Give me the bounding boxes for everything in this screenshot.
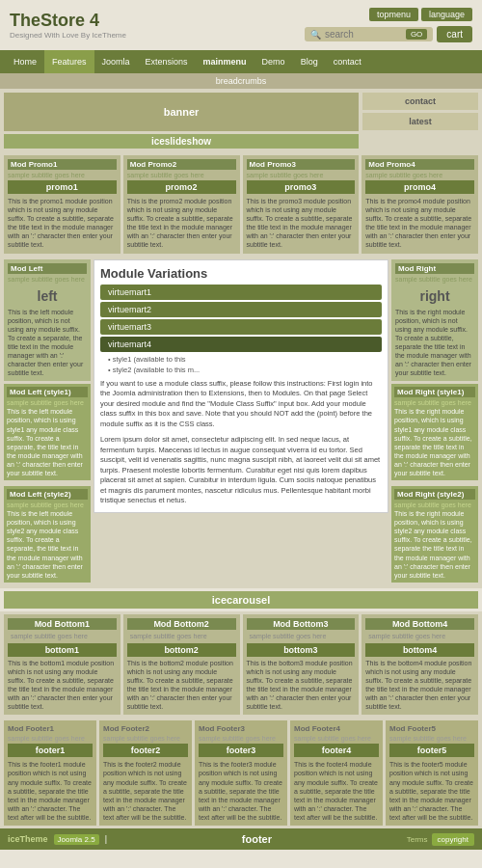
footer-box-4: Mod Footer4 sample subtitle goes here fo… [290, 720, 383, 826]
bottom-footer-bar: iceTheme Joomla 2.5 | footer Terms copyr… [0, 828, 482, 850]
banner-iceslideshow-area: banner iceslideshow [4, 93, 359, 149]
promo4-label: promo4 [365, 180, 474, 194]
breadcrumbs: breadcrumbs [0, 73, 482, 89]
mod-right-text: This is the right module position, which… [395, 308, 474, 378]
mod-right-style2-subtitle: sample subtitle goes here [394, 502, 475, 508]
promo-box-1: Mod Promo1 sample subtitle goes here pro… [4, 155, 120, 254]
footer1-title: Mod Footer1 [8, 724, 93, 733]
promo-box-2: Mod Promo2 sample subtitle goes here pro… [123, 155, 240, 254]
bottom1-text: This is the bottom1 module position whic… [8, 659, 117, 712]
footer-terms[interactable]: Terms [407, 835, 428, 844]
icecarousel-bar: icecarousel [4, 591, 478, 609]
footer-separator: | [105, 834, 107, 844]
bottom-box-3: Mod Bottom3 sample subtitle goes here bo… [243, 614, 360, 716]
module-variations-title: Module Variations [100, 266, 382, 281]
footer1-subtitle: sample subtitle goes here [8, 735, 93, 742]
footer-box-3: Mod Footer3 sample subtitle goes here fo… [195, 720, 287, 826]
mod-left-text: This is the left module position, which … [8, 308, 87, 378]
nav-item-mainmenu[interactable]: mainmenu [196, 50, 254, 73]
promo1-label: promo1 [8, 180, 117, 194]
bottom4-subtitle: sample subtitle goes here [365, 633, 474, 641]
promo2-label: promo2 [127, 180, 236, 194]
mod-left-subtitle: sample subtitle goes here [8, 276, 87, 283]
promo4-text: This is the promo4 module position which… [365, 197, 474, 250]
left-column: Mod Left sample subtitle goes here left … [4, 259, 91, 585]
mod-left-style1-subtitle: sample subtitle goes here [7, 399, 88, 406]
banner: banner [4, 93, 359, 131]
promo3-label: promo3 [247, 180, 356, 194]
module-variations-section: Mod Left sample subtitle goes here left … [0, 257, 482, 588]
left-label: left [8, 285, 87, 308]
nav-item-joomla[interactable]: Joomla [94, 50, 138, 73]
footer1-text: This is the footer1 module position whic… [8, 760, 93, 822]
module-variations-body: If you want to use a module class suffix… [100, 379, 382, 430]
search-icon: 🔍 [310, 30, 321, 40]
mod-left-style1-text: This is the left module position, which … [7, 407, 88, 477]
footer3-subtitle: sample subtitle goes here [199, 735, 283, 742]
promo3-subtitle: sample subtitle goes here [247, 172, 356, 178]
promo1-text: This is the promo1 module position which… [8, 197, 117, 250]
top-section: banner iceslideshow contact latest [0, 89, 482, 152]
nav-item-extensions[interactable]: Extensions [138, 50, 196, 73]
footer5-title: Mod Footer5 [389, 724, 474, 733]
bottom2-title: Mod Bottom2 [127, 618, 236, 630]
virtuemart1-dropdown[interactable]: virtuemart1 [100, 285, 382, 300]
search-submit-button[interactable]: GO [406, 29, 427, 40]
mod-left-style2-box: Mod Left (style2) sample subtitle goes h… [4, 486, 91, 583]
bottom-box-1: Mod Bottom1 sample subtitle goes here bo… [4, 614, 120, 716]
promo2-text: This is the promo2 module position which… [127, 197, 236, 250]
module-variations-lorem: Lorem ipsum dolor sit amet, consectetur … [100, 435, 382, 506]
nav-bar: Home Features Joomla Extensions mainmenu… [0, 50, 482, 73]
mod-left-box: Mod Left sample subtitle goes here left … [4, 259, 91, 382]
mod-left-style1-title: Mod Left (style1) [7, 387, 88, 397]
bottom3-label: bottom3 [247, 643, 356, 657]
footer5-label: footer5 [389, 744, 474, 757]
nav-item-blog[interactable]: Blog [293, 50, 326, 73]
footer3-title: Mod Footer3 [199, 724, 283, 733]
top-links: topmenu language [369, 8, 472, 21]
search-input[interactable] [325, 29, 402, 40]
nav-item-demo[interactable]: Demo [254, 50, 293, 73]
virtuemart3-dropdown[interactable]: virtuemart3 [100, 319, 382, 335]
footer2-subtitle: sample subtitle goes here [103, 735, 188, 742]
footer-box-2: Mod Footer2 sample subtitle goes here fo… [99, 720, 192, 826]
cart-button[interactable]: cart [437, 26, 472, 42]
promo-box-4: Mod Promo4 sample subtitle goes here pro… [362, 155, 478, 254]
topmenu-button[interactable]: topmenu [369, 8, 418, 21]
footer-bar-left: iceTheme Joomla 2.5 | [8, 834, 107, 845]
mod-left-style2-subtitle: sample subtitle goes here [7, 502, 88, 508]
nav-item-home[interactable]: Home [6, 50, 44, 73]
center-column: Module Variations virtuemart1 virtuemart… [94, 259, 388, 585]
nav-item-contact[interactable]: contact [326, 50, 369, 73]
promo2-title: Mod Promo2 [127, 159, 236, 170]
mod-right-style1-subtitle: sample subtitle goes here [394, 399, 475, 406]
mod-right-style1-box: Mod Right (style1) sample subtitle goes … [391, 384, 478, 480]
promo1-subtitle: sample subtitle goes here [8, 172, 117, 178]
module-variations-container: Module Variations virtuemart1 virtuemart… [94, 259, 388, 513]
style-item-2: • style2 (available to this m... [108, 365, 382, 375]
footer4-text: This is the footer4 module position whic… [294, 760, 379, 822]
footer-brand: iceTheme [8, 834, 48, 844]
footer3-label: footer3 [199, 744, 283, 757]
bottom1-title: Mod Bottom1 [8, 618, 117, 630]
bottom-box-4: Mod Bottom4 sample subtitle goes here bo… [362, 614, 478, 716]
nav-item-features[interactable]: Features [44, 50, 94, 73]
footer1-label: footer1 [8, 744, 93, 757]
language-button[interactable]: language [421, 8, 472, 21]
bottom2-subtitle: sample subtitle goes here [127, 633, 236, 641]
contact-box: contact [362, 93, 478, 110]
mod-right-style2-box: Mod Right (style2) sample subtitle goes … [391, 486, 478, 583]
search-bar: 🔍 GO [305, 27, 433, 41]
iceslideshow: iceslideshow [4, 134, 359, 149]
mod-right-subtitle: sample subtitle goes here [395, 276, 474, 283]
footer5-subtitle: sample subtitle goes here [389, 735, 474, 742]
mod-left-title: Mod Left [8, 263, 87, 274]
footer4-title: Mod Footer4 [294, 724, 379, 733]
contact-latest-area: contact latest [362, 93, 478, 149]
virtuemart2-dropdown[interactable]: virtuemart2 [100, 302, 382, 317]
virtuemart4-dropdown[interactable]: virtuemart4 [100, 337, 382, 352]
bottom1-label: bottom1 [8, 643, 117, 657]
promo4-subtitle: sample subtitle goes here [365, 172, 474, 178]
style-items: • style1 (available to this • style2 (av… [108, 354, 382, 375]
mod-right-style1-title: Mod Right (style1) [394, 387, 475, 397]
